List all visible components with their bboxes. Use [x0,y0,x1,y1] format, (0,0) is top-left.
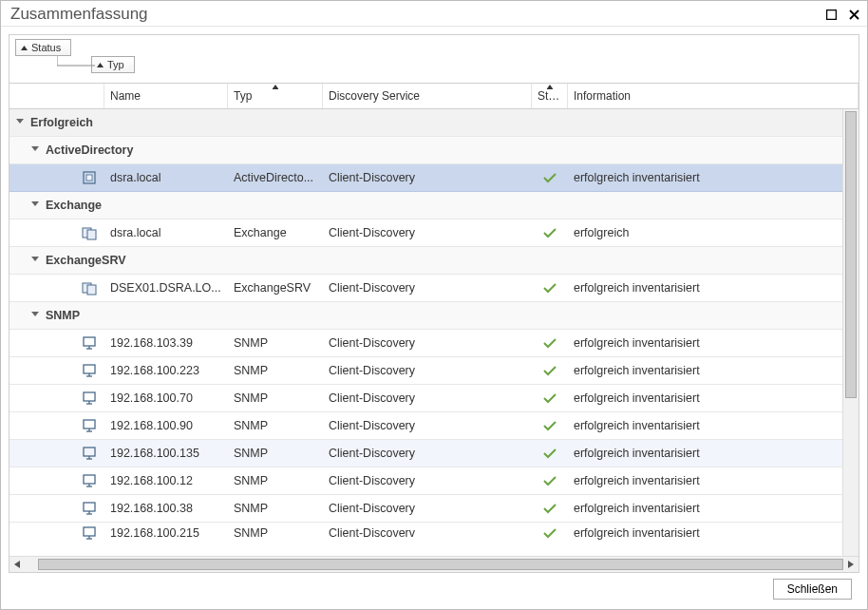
svg-rect-33 [84,475,95,484]
cell-name: dsra.local [104,226,228,239]
svg-marker-17 [31,312,39,316]
cell-information: erfolgreich inventarisiert [568,171,859,184]
close-button[interactable] [846,7,861,22]
svg-rect-21 [84,365,95,373]
cell-discovery-service: Client-Discovery [323,502,532,515]
column-header-name[interactable]: Name [104,84,228,108]
status-ok-icon [532,227,568,238]
cell-type: ActiveDirecto... [228,171,323,184]
table-row[interactable]: dsra.local Exchange Client-Discovery erf… [9,219,859,247]
svg-rect-30 [84,448,95,456]
cell-information: erfolgreich inventarisiert [568,526,859,540]
expand-toggle[interactable] [15,119,25,126]
expand-toggle[interactable] [30,146,40,154]
monitor-icon [74,501,104,516]
footer: Schließen [9,573,859,601]
table-row[interactable]: DSEX01.DSRA.LO... ExchangeSRV Client-Dis… [9,275,859,302]
cell-type: SNMP [228,391,323,405]
monitor-icon [74,418,104,433]
table-row[interactable]: 192.168.100.135 SNMP Client-Discovery er… [9,440,859,467]
rows-inner[interactable]: Erfolgreich ActiveDirectory dsra.local [9,109,859,572]
rows-viewport: Erfolgreich ActiveDirectory dsra.local [9,109,859,572]
table-row[interactable]: dsra.local ActiveDirecto... Client-Disco… [9,164,859,192]
table-row[interactable]: 192.168.100.223 SNMP Client-Discovery er… [9,357,859,385]
monitor-icon [74,363,104,378]
group-row-snmp[interactable]: SNMP [9,302,859,330]
maximize-button[interactable] [823,7,839,22]
svg-marker-3 [21,46,28,50]
table-row[interactable]: 192.168.100.90 SNMP Client-Discovery erf… [9,412,859,440]
svg-marker-5 [272,85,278,89]
column-header-typ[interactable]: Typ [228,84,323,108]
cell-type: ExchangeSRV [228,281,323,295]
scroll-left-button[interactable] [9,557,25,572]
column-header-status[interactable]: Status [532,84,568,108]
chevron-left-icon [14,561,20,568]
svg-rect-16 [87,285,96,295]
scrollbar-track[interactable] [25,557,843,572]
group-row-erfolgreich[interactable]: Erfolgreich [9,109,859,137]
scrollbar-vertical[interactable] [842,109,859,557]
chevron-down-icon [31,201,39,209]
scroll-right-button[interactable] [843,557,859,572]
sort-asc-icon [272,85,278,89]
cell-name: 192.168.100.90 [104,419,228,432]
cell-type: SNMP [228,419,323,432]
svg-rect-27 [84,420,95,429]
cell-name: 192.168.100.38 [104,502,228,515]
group-row-exchange[interactable]: Exchange [9,192,859,219]
column-header-information[interactable]: Information [568,84,859,108]
status-ok-icon [532,172,568,183]
exchange-icon [74,225,104,240]
cell-type: SNMP [228,502,323,515]
column-headers: Name Typ Discovery Service Status Inform… [9,83,859,109]
group-row-exchangesrv[interactable]: ExchangeSRV [9,247,859,275]
cell-information: erfolgreich inventarisiert [568,474,859,487]
expand-toggle[interactable] [30,312,40,319]
cell-type: SNMP [228,447,323,460]
column-header-spacer [9,84,104,108]
group-chip-typ[interactable]: Typ [91,56,135,73]
svg-marker-4 [97,63,104,67]
scrollbar-horizontal[interactable] [9,556,859,572]
svg-rect-36 [84,503,95,511]
cell-information: erfolgreich inventarisiert [568,502,859,515]
table-row[interactable]: 192.168.100.215 SNMP Client-Discoverv er… [9,523,859,543]
cell-information: erfolgreich inventarisiert [568,336,859,350]
expand-toggle[interactable] [30,201,40,209]
cell-information: erfolgreich inventarisiert [568,364,859,377]
scrollbar-thumb[interactable] [845,111,857,398]
group-row-activedirectory[interactable]: ActiveDirectory [9,137,859,164]
group-by-area[interactable]: Status Typ [9,35,859,83]
expand-toggle[interactable] [30,257,40,264]
close-dialog-button[interactable]: Schließen [773,579,852,600]
cell-discovery-service: Client-Discovery [323,447,532,460]
svg-marker-8 [31,146,39,151]
group-label: ActiveDirectory [40,143,139,157]
group-chip-status[interactable]: Status [15,39,71,56]
svg-marker-14 [31,257,39,261]
table-row[interactable]: 192.168.100.38 SNMP Client-Discovery erf… [9,495,859,523]
svg-rect-24 [84,392,95,401]
cell-name: 192.168.100.215 [104,526,228,540]
cell-discovery-service: Client-Discovery [323,336,532,350]
svg-marker-6 [546,85,553,89]
cell-type: SNMP [228,364,323,377]
sort-asc-icon [97,63,104,67]
table-row[interactable]: 192.168.100.70 SNMP Client-Discovery erf… [9,385,859,412]
cell-discovery-service: Client-Discovery [323,419,532,432]
cell-discovery-service: Client-Discovery [323,281,532,295]
table-row[interactable]: 192.168.100.12 SNMP Client-Discovery erf… [9,467,859,495]
svg-rect-10 [86,175,92,181]
cell-information: erfolgreich inventarisiert [568,391,859,405]
table-row[interactable]: 192.168.103.39 SNMP Client-Discovery erf… [9,330,859,357]
chevron-down-icon [31,312,39,319]
group-chip-status-label: Status [31,42,61,53]
svg-rect-18 [84,337,95,346]
close-icon [849,10,859,20]
column-header-discovery-service[interactable]: Discovery Service [323,84,532,108]
body: Status Typ Name Typ Discovery Servi [1,27,867,609]
cell-name: 192.168.100.70 [104,391,228,405]
scrollbar-thumb[interactable] [38,559,843,570]
group-label: ExchangeSRV [40,254,132,267]
